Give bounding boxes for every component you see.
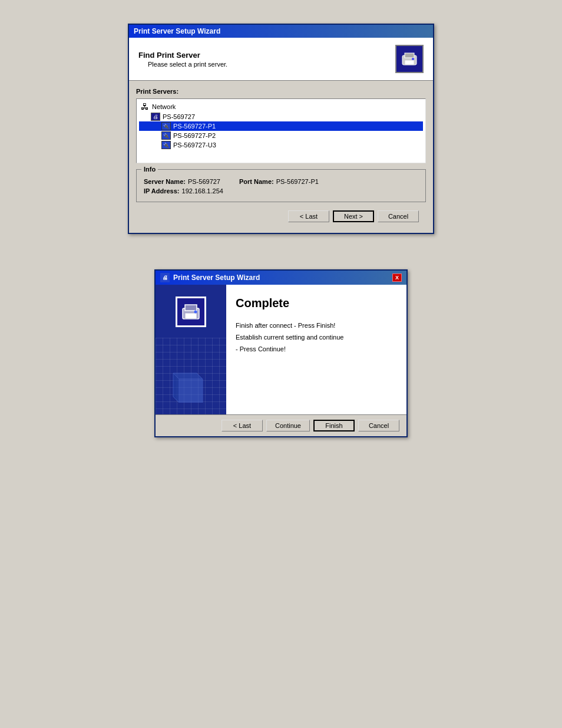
dialog1-subtext: Please select a print server. [138, 61, 227, 68]
tree-port-p1-label: PS-569727-P1 [173, 123, 216, 130]
port2-icon: 🔌 [161, 131, 171, 140]
tree-server-item: 🖨 PS-569727 [139, 112, 423, 121]
port-name-label: Port Name: [239, 178, 274, 185]
tree-port-p2[interactable]: 🔌 PS-569727-P2 [139, 131, 423, 140]
port1-icon: 🔌 [161, 122, 171, 130]
tree-network-item: 🖧 Network [139, 101, 423, 112]
port3-icon: 🔌 [161, 141, 171, 149]
ip-label: IP Address: [144, 187, 180, 195]
server-name-value: PS-569727 [188, 178, 220, 185]
dialog1-titlebar: Print Server Setup Wizard [129, 25, 433, 38]
info-ip: IP Address: 192.168.1.254 [144, 187, 223, 195]
sidebar-icon-box [176, 297, 206, 327]
svg-rect-5 [185, 305, 197, 311]
port-name-value: PS-569727-P1 [276, 178, 319, 185]
dialog2-titlebar: 🖨 Print Server Setup Wizard X [156, 271, 406, 285]
tree-port-p2-label: PS-569727-P2 [173, 132, 216, 139]
tree-port-u3-label: PS-569727-U3 [173, 141, 216, 149]
sidebar-3d-shape [161, 367, 209, 403]
network-icon: 🖧 [140, 102, 150, 111]
next-button[interactable]: Next > [333, 210, 374, 222]
complete-heading: Complete [236, 297, 397, 310]
dialog1-title: Print Server Setup Wizard [134, 27, 220, 35]
info-row1: Server Name: PS-569727 Port Name: PS-569… [144, 178, 418, 185]
dialog1-body: Print Servers: 🖧 Network 🖨 PS-569727 🔌 P… [129, 81, 433, 233]
printer-icon-large [395, 45, 424, 73]
tree-area[interactable]: 🖧 Network 🖨 PS-569727 🔌 PS-569727-P1 🔌 P… [136, 98, 426, 163]
tree-port-u3[interactable]: 🔌 PS-569727-U3 [139, 140, 423, 150]
info-row2: IP Address: 192.168.1.254 [144, 187, 418, 195]
dialog2-content: Complete Finish after connect - Press Fi… [156, 285, 406, 414]
complete-line3: - Press Continue! [236, 345, 397, 353]
cancel-button[interactable]: Cancel [378, 210, 419, 222]
svg-point-3 [412, 58, 414, 60]
dialog2-cancel-button[interactable]: Cancel [358, 420, 399, 431]
print-servers-label: Print Servers: [136, 88, 426, 95]
dialog1-buttons: < Last Next > Cancel [136, 207, 426, 228]
dialog2-sidebar [156, 285, 226, 414]
ip-value: 192.168.1.254 [182, 187, 223, 195]
dialog2-last-button[interactable]: < Last [222, 420, 263, 431]
titlebar2-left: 🖨 Print Server Setup Wizard [160, 273, 260, 282]
dialog2-complete: 🖨 Print Server Setup Wizard X [154, 269, 408, 437]
info-server-name: Server Name: PS-569727 [144, 178, 220, 185]
dialog2-main: Complete Finish after connect - Press Fi… [226, 285, 406, 414]
svg-point-7 [194, 311, 197, 314]
dialog1-heading: Find Print Server [138, 51, 227, 60]
svg-marker-10 [179, 379, 203, 403]
complete-line1: Finish after connect - Press Finish! [236, 322, 397, 329]
dialog2-buttons: < Last Continue Finish Cancel [156, 414, 406, 436]
tree-server-label: PS-569727 [163, 113, 195, 120]
continue-button[interactable]: Continue [266, 420, 310, 431]
svg-rect-6 [185, 313, 197, 319]
dialog2-title: Print Server Setup Wizard [173, 274, 260, 282]
svg-rect-2 [405, 60, 414, 65]
tree-port-p1[interactable]: 🔌 PS-569727-P1 [139, 121, 423, 131]
tree-network-label: Network [152, 103, 176, 110]
sidebar-printer-svg [180, 301, 201, 322]
dialog2-title-icon: 🖨 [160, 273, 170, 282]
sidebar-bg [156, 285, 226, 414]
dialog1-header: Find Print Server Please select a print … [129, 38, 433, 81]
close-button[interactable]: X [392, 274, 402, 282]
info-group: Info Server Name: PS-569727 Port Name: P… [136, 169, 426, 202]
dialog1-find-print-server: Print Server Setup Wizard Find Print Ser… [128, 24, 434, 234]
complete-line2: Establish current setting and continue [236, 334, 397, 341]
info-port-name: Port Name: PS-569727-P1 [239, 178, 319, 185]
last-button[interactable]: < Last [288, 210, 329, 222]
server-icon: 🖨 [151, 113, 160, 121]
info-legend: Info [141, 166, 158, 173]
dialog1-header-text: Find Print Server Please select a print … [138, 51, 227, 68]
svg-rect-1 [405, 53, 414, 58]
finish-button[interactable]: Finish [313, 420, 355, 431]
server-name-label: Server Name: [144, 178, 186, 185]
